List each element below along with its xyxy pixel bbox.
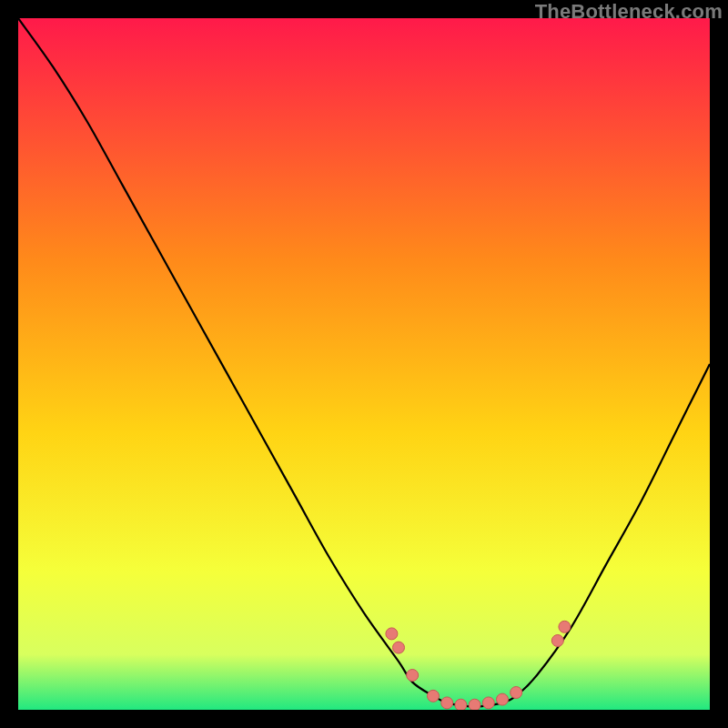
chart-background [18, 18, 710, 710]
marker-point [551, 635, 563, 647]
marker-point [428, 690, 440, 702]
marker-point [386, 628, 398, 640]
marker-point [407, 670, 419, 682]
marker-point [393, 642, 405, 653]
marker-point [559, 621, 571, 632]
bottleneck-chart [18, 18, 710, 710]
marker-point [441, 697, 453, 709]
marker-point [497, 693, 509, 705]
marker-point [469, 699, 480, 710]
watermark-text: TheBottleneck.com [535, 0, 723, 24]
marker-point [455, 699, 467, 710]
marker-point [511, 687, 522, 699]
chart-frame [18, 18, 710, 710]
marker-point [482, 697, 494, 709]
